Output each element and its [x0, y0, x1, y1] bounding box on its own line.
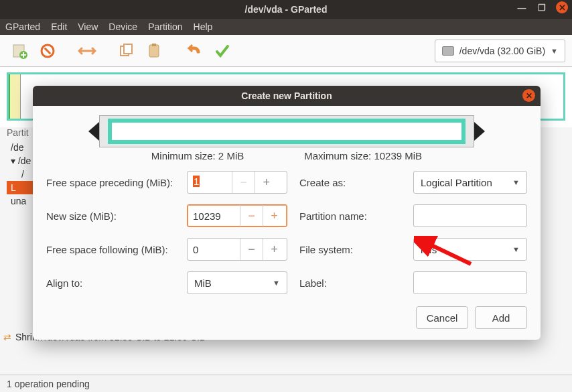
chevron-down-icon: ▼ — [273, 279, 280, 287]
svg-rect-7 — [152, 44, 156, 46]
svg-rect-5 — [124, 44, 132, 54]
window-titlebar: /dev/vda - GParted — ❐ ✕ — [0, 0, 572, 19]
device-selector-text: /dev/vda (32.00 GiB) — [459, 46, 545, 56]
chevron-down-icon: ▼ — [512, 178, 520, 186]
label-input[interactable] — [413, 271, 527, 294]
free-preceding-label: Free space preceding (MiB): — [46, 177, 180, 188]
menubar: GParted Edit View Device Partition Help — [0, 19, 572, 35]
create-as-combo[interactable]: Logical Partition▼ — [413, 171, 527, 194]
free-following-label: Free space following (MiB): — [46, 244, 180, 255]
statusbar: 1 operation pending — [0, 375, 572, 392]
maximize-button[interactable]: ❐ — [536, 1, 548, 13]
label-label: Label: — [294, 277, 407, 289]
chevron-down-icon: ▼ — [551, 47, 558, 55]
menu-device[interactable]: Device — [109, 21, 137, 32]
paste-icon[interactable] — [142, 39, 167, 63]
delete-icon[interactable] — [35, 39, 60, 63]
svg-line-3 — [45, 48, 50, 53]
dialog-titlebar: Create new Partition ✕ — [33, 86, 541, 106]
tree-row[interactable]: / — [7, 168, 33, 181]
close-button[interactable]: ✕ — [556, 1, 568, 13]
spin-plus-icon[interactable]: + — [255, 172, 277, 193]
partition-name-label: Partition name: — [294, 210, 407, 222]
create-partition-dialog: Create new Partition ✕ Minimum size: 2 M… — [33, 86, 541, 340]
resize-small-icon: ⇄ — [3, 332, 11, 342]
free-following-input[interactable] — [188, 239, 240, 260]
disk-icon — [442, 46, 454, 56]
device-selector[interactable]: /dev/vda (32.00 GiB) ▼ — [435, 40, 565, 62]
copy-icon[interactable] — [114, 39, 139, 63]
apply-icon[interactable] — [210, 39, 235, 63]
undo-icon[interactable] — [182, 39, 207, 63]
new-size-spin[interactable]: − + — [187, 204, 287, 227]
tree-row[interactable]: ▾ /de — [7, 154, 33, 168]
menu-edit[interactable]: Edit — [51, 21, 67, 32]
toolbar: /dev/vda (32.00 GiB) ▼ — [0, 35, 572, 67]
slider-handle-right-icon[interactable] — [474, 122, 485, 141]
tree-row-selected[interactable]: L — [7, 181, 33, 194]
minimum-size-label: Minimum size: 2 MiB — [151, 150, 244, 161]
spin-plus-icon[interactable]: + — [263, 205, 285, 226]
new-size-input[interactable] — [188, 205, 240, 226]
chevron-down-icon: ▼ — [512, 245, 520, 253]
menu-help[interactable]: Help — [194, 21, 213, 32]
minimize-button[interactable]: — — [516, 1, 528, 13]
cancel-button[interactable]: Cancel — [416, 306, 468, 329]
partition-size-slider[interactable] — [99, 115, 474, 147]
spin-plus-icon[interactable]: + — [263, 239, 285, 260]
dialog-title: Create new Partition — [241, 90, 332, 101]
spin-minus-icon[interactable]: − — [240, 239, 263, 260]
dialog-close-button[interactable]: ✕ — [522, 89, 535, 102]
free-preceding-spin[interactable]: 1 − + — [187, 171, 287, 194]
spin-minus-icon[interactable]: − — [232, 172, 255, 193]
tree-header: Partit — [7, 127, 33, 138]
tree-row[interactable]: una — [7, 194, 33, 208]
maximum-size-label: Maximum size: 10239 MiB — [304, 150, 422, 161]
filesystem-combo[interactable]: ntfs▼ — [413, 238, 527, 261]
slider-handle-left-icon[interactable] — [88, 122, 99, 141]
partition-name-input[interactable] — [413, 204, 527, 227]
create-as-label: Create as: — [294, 177, 407, 188]
menu-view[interactable]: View — [78, 21, 98, 32]
add-button[interactable]: Add — [475, 306, 527, 329]
tree-row[interactable]: /de — [7, 141, 33, 154]
spin-minus-icon[interactable]: − — [240, 205, 263, 226]
menu-gparted[interactable]: GParted — [5, 21, 40, 32]
resize-icon[interactable] — [74, 39, 100, 63]
filesystem-label: File system: — [294, 244, 407, 255]
window-title: /dev/vda - GParted — [245, 4, 328, 15]
menu-partition[interactable]: Partition — [148, 21, 182, 32]
status-text: 1 operation pending — [7, 379, 90, 389]
free-following-spin[interactable]: − + — [187, 238, 287, 261]
align-to-label: Align to: — [46, 277, 180, 289]
svg-rect-6 — [149, 45, 159, 57]
align-to-combo[interactable]: MiB▼ — [187, 271, 287, 294]
new-size-label: New size (MiB): — [46, 210, 180, 222]
new-partition-icon[interactable] — [7, 39, 32, 63]
